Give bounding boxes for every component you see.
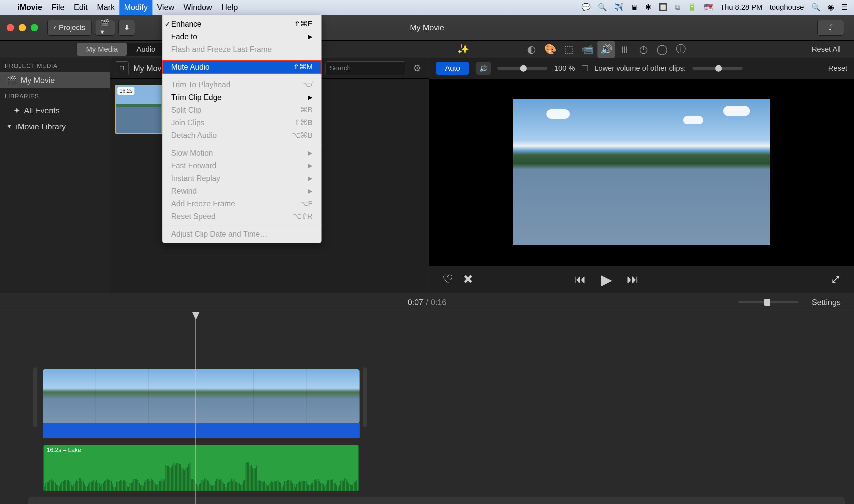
- display-icon[interactable]: 🖥: [630, 3, 638, 12]
- user-name[interactable]: toughouse: [770, 3, 804, 12]
- color-balance-icon[interactable]: ◐: [523, 41, 540, 58]
- reset-all-button[interactable]: Reset All: [812, 45, 841, 54]
- playhead[interactable]: [195, 312, 196, 504]
- minimize-button[interactable]: [19, 24, 26, 31]
- status-icon[interactable]: 💬: [581, 3, 591, 12]
- auto-button[interactable]: Auto: [436, 62, 469, 75]
- system-menubar: iMovie File Edit Mark Modify View Window…: [0, 0, 854, 15]
- stabilize-icon[interactable]: 📹: [579, 41, 596, 58]
- favorite-icon[interactable]: ♡: [442, 272, 453, 286]
- prev-button[interactable]: ⏮: [574, 272, 586, 286]
- viewer-panel: Auto 🔊 100 % Lower volume of other clips…: [429, 58, 854, 293]
- projects-button[interactable]: ‹Projects: [47, 20, 92, 36]
- fullscreen-icon[interactable]: ⤢: [831, 272, 841, 286]
- clip-handle[interactable]: [363, 367, 367, 427]
- mute-icon[interactable]: 🔊: [476, 62, 491, 75]
- menu-window[interactable]: Window: [179, 0, 216, 15]
- menu-file[interactable]: File: [47, 0, 69, 15]
- info-icon[interactable]: ⓘ: [672, 41, 690, 58]
- wifi-icon[interactable]: ⧉: [675, 3, 680, 12]
- status-icon[interactable]: 🔍: [598, 3, 607, 12]
- ducking-checkbox[interactable]: [582, 65, 588, 71]
- eq-icon[interactable]: ⫼: [616, 41, 633, 58]
- menu-help[interactable]: Help: [217, 0, 243, 15]
- sidebar-library[interactable]: ▼iMovie Library: [0, 119, 110, 135]
- battery-icon[interactable]: 🔲: [659, 3, 667, 12]
- menu-item-add-freeze-frame: Add Freeze Frame⌥F: [162, 197, 321, 210]
- volume-icon[interactable]: 🔊: [597, 41, 615, 58]
- menubar-right: 💬 🔍 ✈️ 🖥 ✱ 🔲 ⧉ 🔋 🇺🇸 Thu 8:28 PM toughous…: [581, 3, 848, 12]
- gear-icon[interactable]: ⚙: [410, 61, 424, 75]
- menu-item-enhance[interactable]: ✓Enhance⇧⌘E: [162, 18, 321, 30]
- menu-item-adjust-clip-date-and-time-: Adjust Clip Date and Time…: [162, 228, 321, 240]
- sidebar-heading: PROJECT MEDIA: [0, 58, 110, 72]
- menu-item-mute-audio[interactable]: Mute Audio⇧⌘M: [162, 61, 321, 73]
- reject-icon[interactable]: ✖: [463, 272, 473, 286]
- audio-clip[interactable]: 16.2s – Lake: [43, 445, 359, 491]
- music-track[interactable]: ♪: [28, 497, 845, 504]
- transport-controls: ♡ ✖ ⏮ ▶ ⏭ ⤢: [429, 266, 854, 293]
- menu-item-join-clips: Join Clips⇧⌘B: [162, 116, 321, 129]
- time-display-row: 0:07 / 0:16 Settings: [0, 293, 854, 312]
- magic-wand-icon[interactable]: ✨: [457, 43, 469, 55]
- audio-clip-label: 16.2s – Lake: [47, 447, 81, 454]
- color-correct-icon[interactable]: 🎨: [541, 41, 559, 58]
- crop-icon[interactable]: ⬚: [560, 41, 577, 58]
- sidebar: PROJECT MEDIA 🎬My Movie LIBRARIES ✦All E…: [0, 58, 110, 293]
- flag-icon[interactable]: 🇺🇸: [704, 3, 713, 12]
- preview-frame: [513, 99, 770, 245]
- sidebar-heading: LIBRARIES: [0, 88, 110, 103]
- menu-view[interactable]: View: [153, 0, 179, 15]
- menu-item-split-clip: Split Clip⌘B: [162, 104, 321, 116]
- timeline[interactable]: 16.2s – Lake ♪: [0, 312, 854, 504]
- volume-value: 100 %: [554, 64, 575, 73]
- siri-icon[interactable]: ◉: [827, 3, 834, 12]
- status-icon[interactable]: ✈️: [614, 3, 623, 12]
- video-clip-bar[interactable]: [43, 423, 360, 438]
- ducking-slider[interactable]: [693, 67, 743, 70]
- modify-menu-dropdown: ✓Enhance⇧⌘EFade to▶Flash and Freeze Last…: [162, 15, 321, 243]
- list-view-icon[interactable]: ☐: [115, 61, 129, 75]
- menu-item-trim-clip-edge[interactable]: Trim Clip Edge▶: [162, 91, 321, 104]
- menu-item-instant-replay: Instant Replay▶: [162, 172, 321, 185]
- reset-button[interactable]: Reset: [828, 64, 847, 73]
- battery-icon[interactable]: 🔋: [687, 3, 697, 12]
- speed-icon[interactable]: ◷: [635, 41, 652, 58]
- next-button[interactable]: ⏭: [627, 272, 639, 286]
- menu-item-reset-speed: Reset Speed⌥⇧R: [162, 210, 321, 223]
- clip-duration: 16.2s: [118, 87, 135, 95]
- app-menu[interactable]: iMovie: [13, 0, 47, 15]
- window-title: My Movie: [410, 23, 445, 32]
- clip-thumbnail[interactable]: 16.2s: [115, 85, 163, 134]
- menu-edit[interactable]: Edit: [69, 0, 92, 15]
- import-button[interactable]: ⬇: [118, 20, 135, 36]
- tab-audio[interactable]: Audio: [127, 43, 164, 56]
- zoom-button[interactable]: [31, 24, 38, 31]
- filter-icon[interactable]: ◯: [653, 41, 671, 58]
- share-button[interactable]: ⤴: [817, 20, 844, 36]
- search-input[interactable]: Search: [325, 61, 405, 75]
- preview-viewer[interactable]: [429, 79, 854, 266]
- play-button[interactable]: ▶: [601, 271, 612, 288]
- media-button[interactable]: 🎬▾: [95, 20, 115, 36]
- bluetooth-icon[interactable]: ✱: [645, 3, 651, 12]
- sidebar-my-movie[interactable]: 🎬My Movie: [0, 72, 110, 88]
- spotlight-icon[interactable]: 🔍: [811, 3, 820, 12]
- tab-my-media[interactable]: My Media: [77, 43, 127, 56]
- video-clip[interactable]: [43, 369, 360, 423]
- window-toolbar: ‹Projects 🎬▾ ⬇ My Movie ⤴: [0, 15, 854, 41]
- sidebar-all-events[interactable]: ✦All Events: [0, 103, 110, 119]
- close-button[interactable]: [7, 24, 14, 31]
- clock[interactable]: Thu 8:28 PM: [720, 3, 762, 12]
- zoom-slider[interactable]: [738, 301, 798, 303]
- clip-handle[interactable]: [33, 367, 37, 427]
- menu-item-fade-to[interactable]: Fade to▶: [162, 30, 321, 43]
- menu-modify[interactable]: Modify: [119, 0, 153, 15]
- settings-button[interactable]: Settings: [812, 298, 841, 307]
- notification-icon[interactable]: ☰: [841, 3, 848, 12]
- window-controls: [7, 24, 38, 31]
- menu-mark[interactable]: Mark: [92, 0, 119, 15]
- volume-slider[interactable]: [498, 67, 547, 70]
- current-time: 0:07: [408, 298, 423, 307]
- ducking-label: Lower volume of other clips:: [594, 64, 686, 73]
